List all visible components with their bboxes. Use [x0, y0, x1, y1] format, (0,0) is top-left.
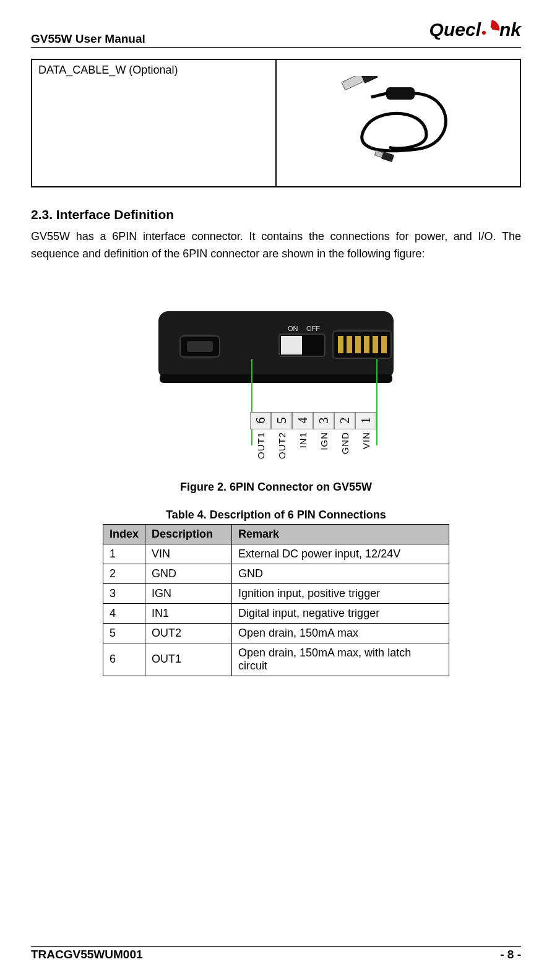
- device-image: ON OFF: [146, 300, 406, 405]
- svg-rect-12: [338, 336, 343, 353]
- svg-rect-10: [281, 336, 302, 355]
- pin-name-row: OUT1 OUT2 IN1 IGN GND VIN: [146, 432, 406, 461]
- usb-cable-icon: [330, 76, 467, 169]
- th-remark: Remark: [232, 524, 449, 544]
- switch-off-label: OFF: [306, 325, 320, 332]
- table-row: 4IN1Digital input, negative trigger: [103, 603, 449, 623]
- svg-rect-6: [160, 374, 392, 383]
- svg-rect-15: [364, 336, 369, 353]
- optional-accessory-table: DATA_CABLE_W (Optional): [31, 59, 521, 187]
- table-row: 6OUT1Open drain, 150mA max, with latch c…: [103, 643, 449, 676]
- signal-icon: [478, 19, 501, 41]
- svg-rect-16: [373, 336, 378, 353]
- pin-name-in1: IN1: [298, 432, 308, 448]
- document-title: GV55W User Manual: [31, 19, 145, 46]
- pin-name-ign: IGN: [319, 432, 329, 450]
- pin-name-gnd: GND: [340, 432, 350, 454]
- table-row: 5OUT2Open drain, 150mA max: [103, 623, 449, 643]
- pin-name-out2: OUT2: [277, 432, 287, 459]
- brand-text-part2: nk: [499, 19, 521, 40]
- svg-rect-17: [381, 336, 387, 353]
- pin-num-6: 6: [254, 418, 268, 424]
- svg-rect-13: [347, 336, 352, 353]
- pin-num-1: 1: [359, 418, 373, 424]
- brand-logo: Quecl nk: [429, 19, 521, 41]
- pin-num-4: 4: [296, 418, 310, 424]
- svg-rect-2: [386, 87, 415, 100]
- section-paragraph: GV55W has a 6PIN interface connector. It…: [31, 228, 521, 263]
- table-caption: Table 4. Description of 6 PIN Connection…: [31, 509, 521, 522]
- connector-figure: ON OFF 6 5 4 3 2 1 OUT1 OUT2 IN1: [31, 300, 521, 462]
- pin-name-vin: VIN: [361, 432, 371, 449]
- page-number: - 8 -: [500, 948, 521, 961]
- svg-rect-8: [187, 341, 213, 352]
- accessory-image-cell: [276, 59, 520, 187]
- th-description: Description: [145, 524, 232, 544]
- th-index: Index: [103, 524, 145, 544]
- svg-rect-0: [342, 76, 364, 90]
- figure-caption: Figure 2. 6PIN Connector on GV55W: [31, 481, 521, 494]
- table-row: 1VINExternal DC power input, 12/24V: [103, 544, 449, 564]
- pin-num-3: 3: [317, 418, 331, 424]
- pin-description-table: Index Description Remark 1VINExternal DC…: [103, 524, 449, 676]
- table-row: 2GNDGND: [103, 564, 449, 583]
- switch-on-label: ON: [288, 325, 298, 332]
- page-header: GV55W User Manual Quecl nk: [31, 19, 521, 48]
- table-row: 3IGNIgnition input, positive trigger: [103, 583, 449, 603]
- pin-number-row: 6 5 4 3 2 1: [146, 412, 406, 429]
- svg-rect-14: [355, 336, 361, 353]
- brand-text-part1: Quecl: [429, 19, 481, 40]
- page-footer: TRACGV55WUM001 - 8 -: [31, 946, 521, 961]
- pin-name-out1: OUT1: [256, 432, 266, 459]
- pin-num-5: 5: [275, 418, 289, 424]
- section-heading: 2.3. Interface Definition: [31, 207, 521, 222]
- pin-num-2: 2: [338, 418, 352, 424]
- doc-id: TRACGV55WUM001: [31, 948, 143, 961]
- accessory-label-cell: DATA_CABLE_W (Optional): [32, 59, 276, 187]
